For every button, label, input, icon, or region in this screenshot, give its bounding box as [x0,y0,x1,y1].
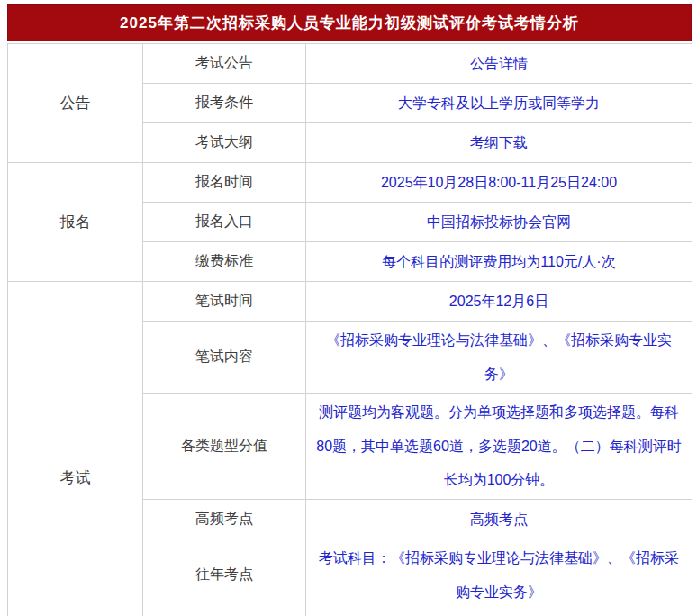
high-frequency-points-link[interactable]: 高频考点 [306,499,692,539]
table-row: 公告 考试公告 公告详情 [8,44,692,84]
row-label-written-exam-content: 笔试内容 [143,322,306,394]
row-label-eligibility: 报考条件 [143,84,306,123]
row-label-exam-site-change: 考点变更 [143,611,306,616]
exam-info-table: 公告 考试公告 公告详情 报考条件 大学专科及以上学历或同等学力 考试大纲 考纲… [7,43,692,616]
row-label-registration-time: 报名时间 [143,163,306,203]
exam-site-change-value: 无变更 [306,611,692,616]
row-label-written-exam-time: 笔试时间 [143,282,306,322]
row-label-exam-outline: 考试大纲 [143,123,306,163]
registration-portal-link[interactable]: 中国招标投标协会官网 [306,203,692,242]
row-label-past-exam-points: 往年考点 [143,539,306,611]
question-types-value: 测评题均为客观题。分为单项选择题和多项选择题。每科80题，其中单选题60道，多选… [306,394,692,500]
category-exam: 考试 [8,282,143,616]
category-registration: 报名 [8,163,143,282]
category-announcement: 公告 [8,44,143,163]
syllabus-download-link[interactable]: 考纲下载 [306,123,692,163]
row-label-question-types: 各类题型分值 [143,394,306,500]
table-row: 考试 笔试时间 2025年12月6日 [8,282,692,322]
table-row: 报名 报名时间 2025年10月28日8:00-11月25日24:00 [8,163,692,203]
row-label-exam-announcement: 考试公告 [143,44,306,84]
announcement-details-link[interactable]: 公告详情 [306,44,692,84]
row-label-high-frequency-points: 高频考点 [143,499,306,539]
page-title-banner: 2025年第二次招标采购人员专业能力初级测试评价考试考情分析 [7,4,692,41]
registration-time-value: 2025年10月28日8:00-11月25日24:00 [306,163,692,203]
written-exam-date-value: 2025年12月6日 [306,282,692,322]
eligibility-value: 大学专科及以上学历或同等学力 [306,84,692,123]
page-title: 2025年第二次招标采购人员专业能力初级测试评价考试考情分析 [120,13,579,33]
row-label-registration-portal: 报名入口 [143,203,306,242]
written-exam-subjects-value: 《招标采购专业理论与法律基础》、《招标采购专业实务》 [306,322,692,394]
past-exam-points-value: 考试科目：《招标采购专业理论与法律基础》、《招标采购专业实务》 [306,539,692,611]
row-label-payment-standard: 缴费标准 [143,242,306,282]
payment-standard-value: 每个科目的测评费用均为110元/人·次 [306,242,692,282]
